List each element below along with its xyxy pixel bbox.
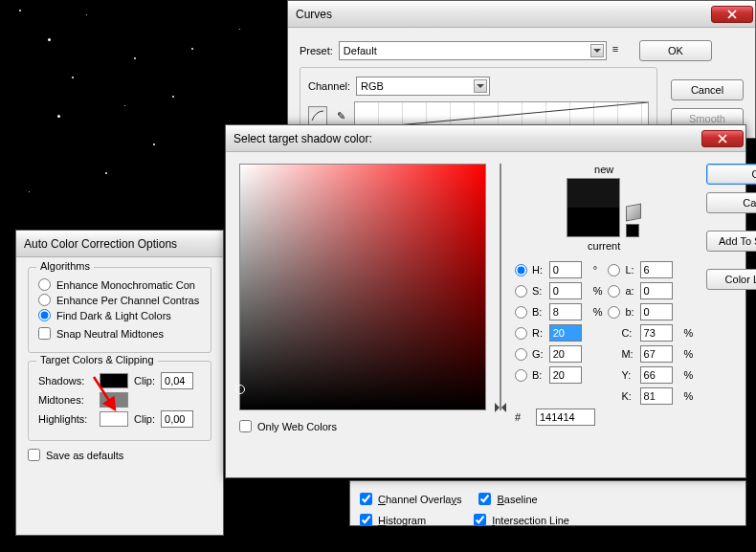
brgb-input[interactable] (549, 366, 582, 384)
m-input[interactable] (640, 345, 673, 363)
preset-dropdown[interactable]: Default (339, 41, 607, 60)
highlights-swatch[interactable] (100, 411, 128, 427)
blab-input[interactable] (640, 303, 673, 320)
color-field-cursor (235, 385, 245, 394)
target-legend: Target Colors & Clipping (36, 354, 158, 365)
highlights-label: Highlights: (38, 413, 94, 425)
h-radio[interactable] (515, 264, 527, 276)
only-web-colors-check[interactable]: Only Web Colors (239, 420, 486, 432)
bhsb-radio[interactable] (515, 306, 527, 319)
algorithms-group: Algorithms Enhance Monochromatic Con Enh… (28, 267, 211, 353)
midtones-label: Midtones: (38, 394, 94, 406)
cube-icon[interactable] (626, 204, 641, 222)
picker-title: Select target shadow color: (233, 132, 701, 145)
hue-slider[interactable] (500, 164, 501, 410)
blab-radio[interactable] (608, 306, 620, 319)
midtones-swatch[interactable] (100, 392, 128, 408)
highlights-clip-input[interactable] (161, 410, 193, 428)
add-swatches-button[interactable]: Add To Swatches (706, 231, 756, 252)
ok-button[interactable]: OK (706, 164, 756, 185)
mini-swatch[interactable] (626, 224, 639, 237)
l-radio[interactable] (608, 264, 620, 276)
hue-pointer-right (497, 403, 506, 412)
algo-darklight-radio[interactable]: Find Dark & Light Colors (38, 309, 201, 321)
preset-menu-icon[interactable]: ≡ (612, 43, 628, 58)
s-radio[interactable] (515, 285, 527, 298)
curve-display-options: Channel Overlays Baseline Histogram Inte… (349, 480, 746, 526)
close-icon[interactable] (711, 6, 753, 23)
save-defaults-check[interactable]: Save as defaults (28, 449, 211, 461)
algorithms-legend: Algorithms (36, 260, 94, 272)
y-input[interactable] (640, 366, 673, 384)
l-input[interactable] (640, 261, 673, 278)
intersection-check[interactable]: Intersection Line (474, 514, 569, 526)
shadows-swatch[interactable] (100, 373, 128, 388)
new-label: new (594, 164, 613, 175)
color-libraries-button[interactable]: Color Libraries (706, 269, 756, 290)
shadows-label: Shadows: (38, 375, 94, 386)
bhsb-input[interactable] (549, 303, 582, 320)
histogram-check[interactable]: Histogram (360, 514, 426, 526)
color-picker-dialog: Select target shadow color: Only Web Col… (225, 124, 746, 478)
channel-dropdown[interactable]: RGB (356, 77, 490, 96)
h-input[interactable] (549, 261, 582, 278)
target-colors-group: Target Colors & Clipping Shadows: Clip: … (28, 361, 211, 441)
picker-titlebar[interactable]: Select target shadow color: (226, 125, 745, 152)
auto-color-dialog: Auto Color Correction Options Algorithms… (15, 230, 224, 536)
cancel-button[interactable]: Cancel (706, 192, 756, 213)
auto-titlebar[interactable]: Auto Color Correction Options (16, 231, 223, 257)
clip-label: Clip: (134, 375, 155, 386)
auto-title: Auto Color Correction Options (24, 237, 221, 251)
hex-input[interactable] (536, 408, 595, 426)
shadows-clip-input[interactable] (161, 372, 193, 389)
new-current-swatch[interactable] (567, 178, 620, 237)
cancel-button[interactable]: Cancel (671, 79, 744, 100)
snap-midtones-check[interactable]: Snap Neutral Midtones (38, 327, 201, 340)
clip-label-2: Clip: (134, 413, 155, 425)
brgb-radio[interactable] (515, 369, 527, 382)
s-input[interactable] (549, 282, 582, 299)
color-field[interactable] (239, 164, 486, 410)
c-input[interactable] (640, 324, 673, 342)
algo-mono-radio[interactable]: Enhance Monochromatic Con (38, 278, 201, 291)
current-label: current (588, 240, 620, 252)
hex-label: # (515, 411, 532, 423)
close-icon[interactable] (701, 130, 744, 147)
ok-button[interactable]: OK (639, 40, 712, 61)
pencil-tool-icon[interactable]: ✎ (331, 106, 350, 125)
r-input[interactable] (549, 324, 582, 342)
channel-overlays-check[interactable]: Channel Overlays (360, 493, 461, 505)
baseline-check[interactable]: Baseline (478, 493, 537, 505)
r-radio[interactable] (515, 327, 527, 340)
curves-title: Curves (296, 8, 711, 21)
curve-tool-icon[interactable] (308, 106, 327, 125)
g-input[interactable] (549, 345, 582, 363)
a-radio[interactable] (608, 285, 620, 298)
g-radio[interactable] (515, 348, 527, 361)
channel-label: Channel: (308, 80, 350, 92)
curves-dialog: Curves Preset: Default ≡ OK Channel: RGB… (287, 0, 756, 139)
preset-label: Preset: (300, 45, 333, 56)
algo-perchannel-radio[interactable]: Enhance Per Channel Contras (38, 294, 201, 306)
a-input[interactable] (640, 282, 673, 299)
curves-titlebar[interactable]: Curves (288, 1, 755, 28)
k-input[interactable] (640, 387, 673, 405)
